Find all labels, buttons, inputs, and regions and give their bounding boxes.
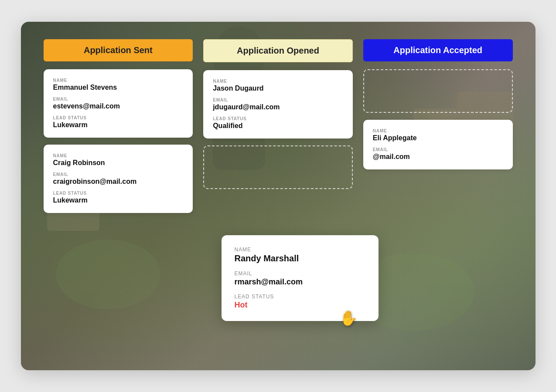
jason-status-value: Qualified — [213, 122, 343, 130]
column-opened: Application Opened NAME Jason Dugaurd EM… — [198, 39, 358, 196]
floating-card-randy[interactable]: Name Randy Marshall Email rmarsh@mail.co… — [222, 235, 379, 321]
browser-frame: Application Sent NAME Emmanuel Stevens E… — [21, 22, 536, 370]
column-accepted: Application Accepted NAME Eli Applegate … — [358, 39, 518, 176]
randy-name-value: Randy Marshall — [235, 253, 365, 264]
randy-email-value: rmarsh@mail.com — [235, 277, 365, 287]
card-eli[interactable]: NAME Eli Applegate EMAIL @mail.com — [363, 120, 513, 169]
header-accepted: Application Accepted — [363, 39, 513, 61]
eli-email-value: @mail.com — [373, 153, 503, 161]
randy-status-value: Hot — [235, 301, 365, 310]
craig-status-label: LEAD STATUS — [53, 191, 184, 196]
jason-status-label: LEAD STATUS — [213, 116, 343, 121]
craig-name-value: Craig Robinson — [53, 159, 184, 167]
emmanuel-status-value: Lukewarm — [53, 121, 184, 129]
header-opened: Application Opened — [203, 39, 353, 62]
cursor-icon: ✋ — [339, 310, 358, 326]
jason-email-label: EMAIL — [213, 98, 343, 102]
randy-name-label: Name — [235, 247, 365, 253]
randy-status-label: Lead Status — [235, 294, 365, 300]
card-emmanuel[interactable]: NAME Emmanuel Stevens EMAIL estevens@mai… — [44, 69, 193, 138]
jason-name-value: Jason Dugaurd — [213, 84, 343, 92]
emmanuel-status-label: LEAD STATUS — [53, 115, 184, 120]
craig-name-label: NAME — [53, 153, 184, 158]
column-opened-title: Application Opened — [237, 46, 319, 55]
emmanuel-email-value: estevens@mail.com — [53, 102, 184, 110]
eli-email-partial: @mail.com — [373, 153, 410, 160]
randy-email-label: Email — [235, 270, 365, 277]
drag-cursor: ✋ — [339, 309, 358, 327]
header-sent: Application Sent — [44, 39, 193, 61]
eli-email-label: EMAIL — [373, 147, 503, 152]
craig-status-value: Lukewarm — [53, 196, 184, 204]
dashed-placeholder-opened — [203, 145, 353, 189]
eli-name-value: Eli Applegate — [373, 134, 503, 142]
column-sent: Application Sent NAME Emmanuel Stevens E… — [38, 39, 198, 220]
dashed-placeholder-accepted-top — [363, 69, 513, 113]
craig-email-label: EMAIL — [53, 172, 184, 177]
emmanuel-name-value: Emmanuel Stevens — [53, 84, 184, 91]
card-jason[interactable]: NAME Jason Dugaurd EMAIL jdugaurd@mail.c… — [203, 70, 353, 139]
jason-email-value: jdugaurd@mail.com — [213, 103, 343, 111]
eli-name-label: NAME — [373, 128, 503, 133]
craig-email-value: craigrobinson@mail.com — [53, 178, 184, 186]
emmanuel-name-label: NAME — [53, 78, 184, 83]
content-area: Application Sent NAME Emmanuel Stevens E… — [21, 22, 536, 370]
jason-name-label: NAME — [213, 79, 343, 84]
column-accepted-title: Application Accepted — [393, 45, 482, 55]
column-sent-title: Application Sent — [84, 45, 153, 55]
emmanuel-email-label: EMAIL — [53, 97, 184, 101]
card-craig[interactable]: NAME Craig Robinson EMAIL craigrobinson@… — [44, 145, 193, 213]
